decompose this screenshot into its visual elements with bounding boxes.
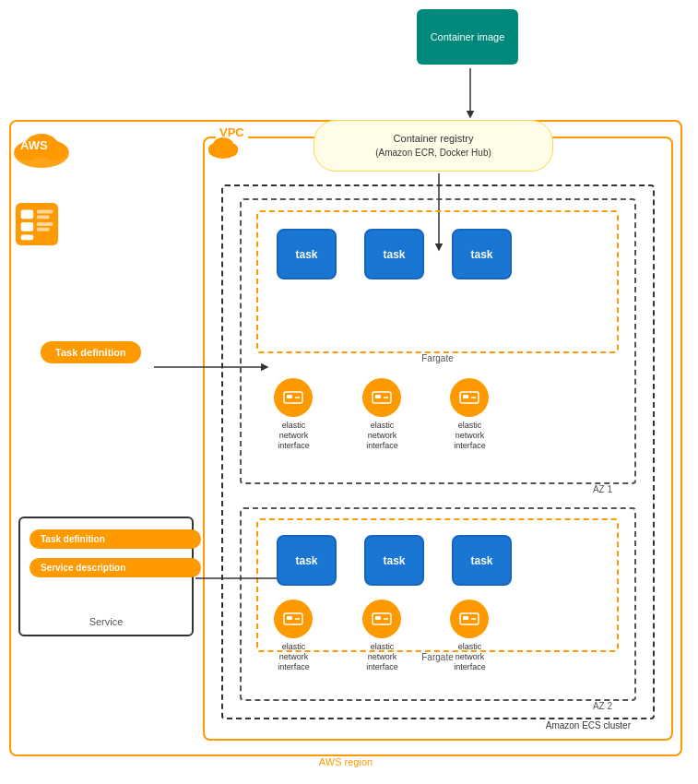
service-box: Task definition Service description Serv… <box>18 517 194 636</box>
task-box-az1-3: task <box>452 229 512 279</box>
aws-label: AWS <box>20 138 48 152</box>
eni-az2-1-group: elastic networkinterface <box>274 600 313 638</box>
eni-az2-3-group: elastic networkinterface <box>450 600 489 638</box>
container-registry-box: Container registry(Amazon ECR, Docker Hu… <box>314 120 553 172</box>
svg-point-37 <box>213 137 233 152</box>
container-registry-label: Container registry(Amazon ECR, Docker Hu… <box>375 132 491 160</box>
task-box-az1-1: task <box>277 229 337 279</box>
svg-rect-11 <box>37 228 49 232</box>
svg-rect-26 <box>287 616 292 620</box>
service-desc-pill[interactable]: Service description <box>30 558 201 577</box>
eni-network-icon3 <box>458 386 480 409</box>
svg-rect-9 <box>37 215 49 219</box>
eni-az1-3-icon <box>450 378 489 417</box>
eni-az1-3-group: elastic networkinterface <box>450 378 489 417</box>
eni-az2-1-label: elastic networkinterface <box>268 642 319 671</box>
svg-rect-19 <box>375 395 381 398</box>
eni-az2-2-icon <box>362 600 401 638</box>
eni-az1-1-label: elastic networkinterface <box>268 421 319 450</box>
task-box-az2-3: task <box>452 535 512 586</box>
eni-network-icon <box>282 386 304 409</box>
svg-rect-29 <box>375 616 381 620</box>
task-box-az2-2: task <box>364 535 424 586</box>
eni-az2-1-icon <box>274 600 313 638</box>
az2-label: AZ 2 <box>589 701 616 711</box>
svg-rect-7 <box>21 235 33 241</box>
svg-rect-16 <box>287 395 292 398</box>
service-label: Service <box>89 616 124 627</box>
eni-network-icon6 <box>458 608 480 630</box>
eni-az2-3-icon <box>450 600 489 638</box>
eni-az1-1-icon <box>274 378 313 417</box>
ecs-icon <box>14 201 60 247</box>
eni-network-icon2 <box>371 386 393 409</box>
vpc-cloud-icon <box>205 134 242 160</box>
container-image-label: Container image <box>431 31 505 42</box>
svg-rect-22 <box>463 395 468 398</box>
eni-az1-2-icon <box>362 378 401 417</box>
aws-region-label: AWS region <box>315 756 376 767</box>
az1-label: AZ 1 <box>589 484 616 494</box>
eni-network-icon5 <box>371 608 393 630</box>
arrow-image-to-registry <box>461 66 479 122</box>
svg-rect-8 <box>37 210 53 214</box>
task-box-az2-1: task <box>277 535 337 586</box>
eni-az1-1-group: elastic networkinterface <box>274 378 313 417</box>
eni-az2-3-label: elastic networkinterface <box>444 642 495 671</box>
svg-rect-5 <box>21 210 33 220</box>
eni-az1-2-label: elastic networkinterface <box>357 421 408 450</box>
ecs-cluster-label: Amazon ECS cluster <box>542 720 634 731</box>
container-image-box: Container image <box>417 9 518 65</box>
service-task-def-pill[interactable]: Task definition <box>30 529 201 549</box>
svg-rect-32 <box>463 616 468 620</box>
svg-rect-6 <box>21 222 33 232</box>
task-definition-standalone[interactable]: Task definition <box>41 341 141 363</box>
task-box-az1-2: task <box>364 229 424 279</box>
eni-az2-2-group: elastic networkinterface <box>362 600 401 638</box>
eni-az1-2-group: elastic networkinterface <box>362 378 401 417</box>
eni-az1-3-label: elastic networkinterface <box>444 421 495 450</box>
svg-rect-10 <box>37 222 53 226</box>
eni-network-icon4 <box>282 608 304 630</box>
eni-az2-2-label: elastic networkinterface <box>357 642 408 671</box>
fargate-label1: Fargate <box>418 353 456 363</box>
